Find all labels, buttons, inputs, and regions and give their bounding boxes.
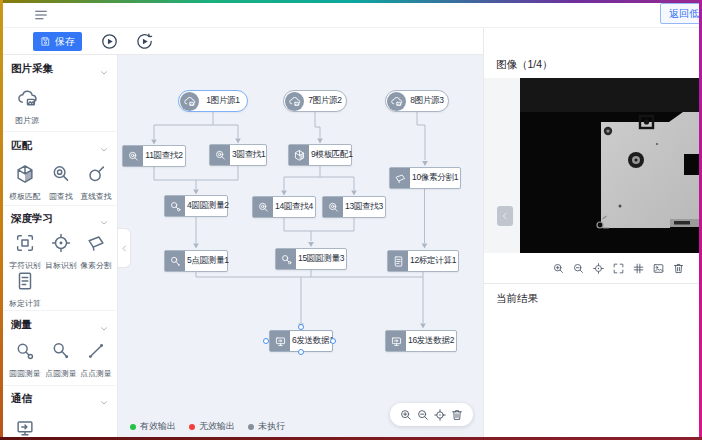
zoom-in-icon[interactable]: [552, 261, 565, 274]
measure-circle-circle-icon: [276, 249, 296, 269]
section-communication: 通信: [11, 392, 32, 406]
app-window: 返回低代 保存 图片采集 图片源 匹配 模板匹配 圆查找 直线查找: [0, 0, 702, 440]
tool-object-detect[interactable]: 目标识别: [42, 232, 80, 272]
flow-node[interactable]: 3圆查找1: [209, 144, 267, 166]
measure-point-circle-icon: [165, 251, 185, 271]
tool-line-find[interactable]: 直线查找: [77, 163, 115, 203]
tool-pixel-segment[interactable]: 像素分割: [77, 232, 115, 272]
circle-find-icon: [253, 197, 273, 217]
node-port-top[interactable]: [298, 324, 304, 330]
status-legend: 有效输出 无效输出 未执行: [130, 420, 285, 433]
zoom-out-icon[interactable]: [572, 261, 585, 274]
tool-sidebar: 图片采集 图片源 匹配 模板匹配 圆查找 直线查找 深度学习 字符识别: [0, 55, 118, 440]
flow-node[interactable]: 7图片源2: [283, 90, 347, 112]
tool-ocr[interactable]: 字符识别: [6, 232, 44, 272]
zoom-out-icon[interactable]: [416, 408, 430, 422]
grid-icon[interactable]: [632, 261, 645, 274]
tool-calibration[interactable]: 标定计算: [6, 270, 44, 310]
measure-point-circle-icon: [50, 340, 72, 362]
circle-find-icon: [210, 145, 230, 165]
chevron-down-icon[interactable]: [99, 320, 109, 330]
camera-image-viewport[interactable]: [520, 78, 700, 253]
measure-circle-circle-icon: [14, 340, 36, 362]
chevron-down-icon[interactable]: [99, 64, 109, 74]
cloud-image-icon: [180, 92, 199, 111]
line-find-icon: [85, 163, 107, 185]
prev-image-button[interactable]: [497, 206, 513, 226]
target-icon: [50, 232, 72, 254]
trash-icon[interactable]: [672, 261, 685, 274]
section-matching: 匹配: [11, 139, 32, 153]
expand-icon[interactable]: [612, 261, 625, 274]
chevron-left-icon: [500, 211, 510, 221]
segment-icon: [390, 168, 410, 188]
gray-dot-icon: [248, 424, 254, 430]
flow-node[interactable]: 11圆查找2: [122, 145, 186, 167]
section-deep-learning: 深度学习: [11, 212, 53, 226]
flow-node[interactable]: 5点圆测量1: [164, 250, 228, 272]
panel-divider: [484, 283, 700, 284]
flow-node[interactable]: 10像素分割1: [389, 167, 461, 189]
flow-node[interactable]: 9模板匹配1: [288, 144, 352, 166]
measure-circle-circle-icon: [165, 196, 185, 216]
segment-icon: [85, 232, 107, 254]
flow-node[interactable]: 15圆圆测量3: [275, 248, 347, 270]
comm-icon: [386, 331, 406, 351]
camera-image: [520, 78, 700, 253]
flow-node[interactable]: 13圆查找3: [322, 196, 386, 218]
chevron-down-icon[interactable]: [99, 214, 109, 224]
tool-measure-point-point[interactable]: 点点测量: [77, 340, 115, 380]
zoom-in-icon[interactable]: [399, 408, 413, 422]
tool-template-match[interactable]: 模板匹配: [6, 163, 44, 203]
image-panel-title: 图像（1/4）: [496, 58, 553, 72]
cloud-image-icon: [387, 92, 406, 111]
chevron-down-icon[interactable]: [99, 394, 109, 404]
save-icon: [40, 36, 51, 47]
node-port-left[interactable]: [263, 338, 269, 344]
chevron-down-icon[interactable]: [99, 141, 109, 151]
flow-node[interactable]: 16发送数据2: [385, 330, 457, 352]
cloud-image-icon: [16, 87, 38, 109]
cube-icon: [14, 163, 36, 185]
tool-comm[interactable]: [6, 417, 44, 440]
run-once-button[interactable]: [135, 32, 154, 51]
circle-find-icon: [123, 146, 143, 166]
section-image-capture: 图片采集: [11, 62, 53, 76]
node-port-bottom[interactable]: [298, 349, 304, 355]
ocr-icon: [14, 232, 36, 254]
comm-icon: [14, 417, 36, 439]
legend-not-executed: 未执行: [248, 420, 285, 433]
circle-find-icon: [50, 163, 72, 185]
run-button[interactable]: [100, 32, 119, 51]
calibration-doc-icon: [388, 251, 408, 271]
comm-icon: [270, 331, 290, 351]
flow-node[interactable]: 14圆查找4: [252, 196, 316, 218]
image-panel: 图像（1/4）: [483, 28, 699, 440]
sidebar-collapse-handle[interactable]: [118, 228, 131, 268]
calibration-doc-icon: [14, 270, 36, 292]
trash-icon[interactable]: [450, 408, 464, 422]
tool-measure-circle-circle[interactable]: 圆圆测量: [6, 340, 44, 380]
flow-node[interactable]: 12标定计算1: [387, 250, 459, 272]
flow-node[interactable]: 4圆圆测量2: [164, 195, 228, 217]
locate-icon[interactable]: [592, 261, 605, 274]
tool-circle-find[interactable]: 圆查找: [42, 163, 80, 203]
tool-image-source[interactable]: 图片源: [8, 87, 46, 127]
canvas-controls: [390, 403, 473, 426]
menu-icon[interactable]: [33, 7, 49, 23]
legend-invalid-output: 无效输出: [189, 420, 235, 433]
measure-point-point-icon: [85, 340, 107, 362]
back-to-lowcode-button[interactable]: 返回低代: [660, 3, 702, 24]
save-image-icon[interactable]: [652, 261, 665, 274]
flow-node[interactable]: 1图片源1: [178, 90, 248, 112]
current-result-title: 当前结果: [496, 292, 538, 306]
tool-measure-point-circle[interactable]: 点圆测量: [42, 340, 80, 380]
section-measure: 测量: [11, 318, 32, 332]
node-port-right[interactable]: [330, 338, 336, 344]
green-dot-icon: [130, 424, 136, 430]
save-button-label: 保存: [55, 35, 75, 49]
flow-node[interactable]: 8图片源3: [385, 90, 449, 112]
app-header: 返回低代: [0, 0, 702, 28]
save-button[interactable]: 保存: [33, 32, 82, 51]
locate-icon[interactable]: [433, 408, 447, 422]
